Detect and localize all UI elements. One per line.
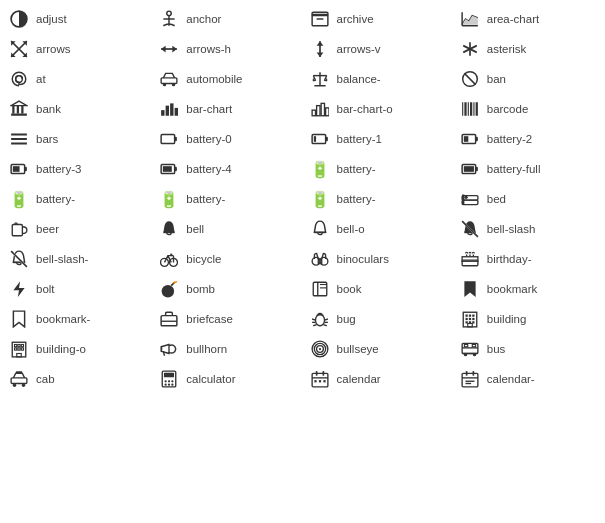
svg-point-149 bbox=[165, 380, 167, 382]
birthday--icon bbox=[459, 248, 481, 270]
building-label: building bbox=[487, 313, 527, 325]
calendar-label: calendar bbox=[337, 373, 381, 385]
cab-icon bbox=[8, 368, 30, 390]
calculator-label: calculator bbox=[186, 373, 235, 385]
automobile-label: automobile bbox=[186, 73, 242, 85]
arrows-h-label: arrows-h bbox=[186, 43, 231, 55]
book-icon bbox=[309, 278, 331, 300]
icon-item-battery-: 🔋battery- bbox=[2, 184, 152, 214]
icon-item-bug: bug bbox=[303, 304, 453, 334]
battery-4-label: battery-4 bbox=[186, 163, 231, 175]
svg-marker-100 bbox=[464, 281, 475, 297]
svg-rect-68 bbox=[175, 167, 177, 172]
battery-3-icon bbox=[8, 158, 30, 180]
bug-label: bug bbox=[337, 313, 356, 325]
bolt-label: bolt bbox=[36, 283, 55, 295]
icon-item-calculator: calculator bbox=[152, 364, 302, 394]
bell-icon bbox=[158, 218, 180, 240]
svg-rect-64 bbox=[13, 166, 20, 172]
icon-item-arrows: arrows bbox=[2, 34, 152, 64]
svg-rect-92 bbox=[462, 257, 478, 262]
svg-rect-65 bbox=[25, 167, 27, 172]
automobile-icon bbox=[158, 68, 180, 90]
svg-rect-59 bbox=[325, 137, 327, 142]
svg-marker-17 bbox=[173, 46, 178, 53]
svg-marker-33 bbox=[11, 101, 27, 106]
area-chart-icon bbox=[459, 8, 481, 30]
svg-rect-138 bbox=[464, 345, 467, 347]
bullseye-label: bullseye bbox=[337, 343, 379, 355]
battery-4-icon bbox=[158, 158, 180, 180]
icon-item-bar-chart-o: bar-chart-o bbox=[303, 94, 453, 124]
svg-rect-37 bbox=[11, 114, 27, 116]
briefcase-icon bbox=[158, 308, 180, 330]
icon-item-cab: cab bbox=[2, 364, 152, 394]
arrows-h-icon bbox=[158, 38, 180, 60]
battery-full-icon bbox=[459, 158, 481, 180]
svg-rect-159 bbox=[314, 380, 316, 382]
svg-rect-126 bbox=[15, 348, 17, 350]
icon-item-automobile: automobile bbox=[152, 64, 302, 94]
svg-point-87 bbox=[170, 253, 172, 255]
svg-marker-16 bbox=[161, 46, 166, 53]
icon-item-bell: bell bbox=[152, 214, 302, 244]
svg-point-104 bbox=[315, 315, 324, 326]
bed-icon bbox=[459, 188, 481, 210]
bar-chart-o-label: bar-chart-o bbox=[337, 103, 393, 115]
barcode-icon bbox=[459, 98, 481, 120]
battery--label: battery- bbox=[186, 193, 225, 205]
svg-point-27 bbox=[172, 83, 175, 86]
bars-label: bars bbox=[36, 133, 58, 145]
battery--label: battery- bbox=[337, 193, 376, 205]
bell-slash--label: bell-slash- bbox=[36, 253, 88, 265]
svg-rect-39 bbox=[166, 106, 169, 116]
battery-2-label: battery-2 bbox=[487, 133, 532, 145]
icon-item-at: at bbox=[2, 64, 152, 94]
battery-0-label: battery-0 bbox=[186, 133, 231, 145]
battery--icon: 🔋 bbox=[158, 188, 180, 210]
archive-icon bbox=[309, 8, 331, 30]
icon-item-barcode: barcode bbox=[453, 94, 603, 124]
svg-line-32 bbox=[464, 73, 475, 84]
svg-rect-61 bbox=[464, 136, 469, 142]
icon-item-balance-: balance- bbox=[303, 64, 453, 94]
icon-item-bullseye: bullseye bbox=[303, 334, 453, 364]
icon-item-bar-chart: bar-chart bbox=[152, 94, 302, 124]
svg-rect-129 bbox=[17, 354, 22, 357]
archive-label: archive bbox=[337, 13, 374, 25]
icon-item-building-o: building-o bbox=[2, 334, 152, 364]
svg-rect-58 bbox=[313, 136, 315, 142]
icon-item-bell-o: bell-o bbox=[303, 214, 453, 244]
svg-rect-114 bbox=[472, 315, 474, 317]
svg-rect-162 bbox=[462, 373, 478, 387]
battery-2-icon bbox=[459, 128, 481, 150]
calendar-icon bbox=[309, 368, 331, 390]
svg-rect-160 bbox=[318, 380, 320, 382]
bars-icon bbox=[8, 128, 30, 150]
icon-item-battery-3: battery-3 bbox=[2, 154, 152, 184]
icon-item-bomb: bomb bbox=[152, 274, 302, 304]
ban-label: ban bbox=[487, 73, 506, 85]
building-icon bbox=[459, 308, 481, 330]
svg-point-154 bbox=[172, 384, 174, 386]
icon-item-anchor: anchor bbox=[152, 4, 302, 34]
battery-3-label: battery-3 bbox=[36, 163, 81, 175]
svg-line-110 bbox=[323, 325, 326, 326]
icon-item-battery-2: battery-2 bbox=[453, 124, 603, 154]
bell-o-label: bell-o bbox=[337, 223, 365, 235]
building-o-label: building-o bbox=[36, 343, 86, 355]
svg-marker-19 bbox=[316, 41, 323, 46]
bar-chart-label: bar-chart bbox=[186, 103, 232, 115]
svg-rect-36 bbox=[21, 106, 23, 114]
binoculars-icon bbox=[309, 248, 331, 270]
bicycle-label: bicycle bbox=[186, 253, 221, 265]
icon-item-calendar-: calendar- bbox=[453, 364, 603, 394]
svg-rect-42 bbox=[312, 110, 315, 116]
svg-rect-143 bbox=[11, 378, 27, 384]
icon-item-battery-: 🔋battery- bbox=[303, 184, 453, 214]
bookmark--label: bookmark- bbox=[36, 313, 90, 325]
svg-rect-70 bbox=[464, 166, 474, 172]
icon-item-bullhorn: bullhorn bbox=[152, 334, 302, 364]
svg-point-75 bbox=[464, 196, 467, 199]
svg-line-109 bbox=[313, 325, 316, 326]
